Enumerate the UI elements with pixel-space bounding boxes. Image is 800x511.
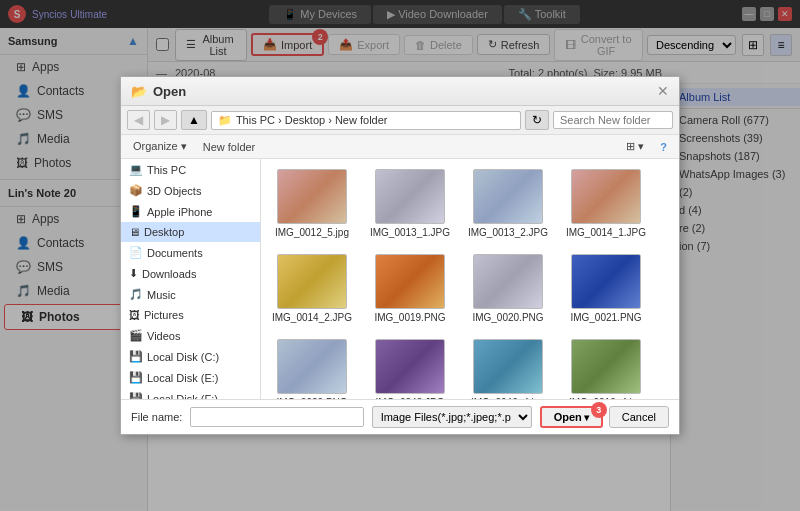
- file-item-12[interactable]: IMG_2210_4.jpg: [561, 335, 651, 399]
- desktop-icon: 🖥: [129, 226, 140, 238]
- file-thumb-11: [473, 339, 543, 394]
- filetype-select[interactable]: Image Files(*.jpg;*.jpeg;*.png;*.: [372, 406, 532, 428]
- folder-open-icon: 📂: [131, 84, 147, 99]
- nav-documents[interactable]: 📄 Documents: [121, 242, 260, 263]
- organize-button[interactable]: Organize ▾: [127, 138, 193, 155]
- file-item-4[interactable]: IMG_0014_1.JPG: [561, 165, 651, 242]
- filename-input[interactable]: [190, 407, 363, 427]
- dialog-actions: Open ▾ 3 Cancel: [540, 406, 669, 428]
- videos-icon: 🎬: [129, 329, 143, 342]
- disk-e-icon: 💾: [129, 371, 143, 384]
- iphone-icon: 📱: [129, 205, 143, 218]
- dialog-title-bar: 📂 Open ✕: [121, 77, 679, 106]
- file-item-11[interactable]: IMG_2046_4.jpg: [463, 335, 553, 399]
- forward-button[interactable]: ▶: [154, 110, 177, 130]
- search-input[interactable]: [553, 111, 673, 129]
- disk-f-icon: 💾: [129, 392, 143, 399]
- file-name-4: IMG_0014_1.JPG: [566, 227, 646, 238]
- cancel-button[interactable]: Cancel: [609, 406, 669, 428]
- nav-videos[interactable]: 🎬 Videos: [121, 325, 260, 346]
- 3dobjects-icon: 📦: [129, 184, 143, 197]
- dialog-body: 💻 This PC 📦 3D Objects 📱 Apple iPhone 🖥 …: [121, 159, 679, 399]
- file-item-6[interactable]: IMG_0019.PNG: [365, 250, 455, 327]
- file-name-7: IMG_0020.PNG: [472, 312, 543, 323]
- file-dialog-overlay: 📂 Open ✕ ◀ ▶ ▲ 📁 This PC › Desktop › New…: [0, 0, 800, 511]
- help-button[interactable]: ?: [654, 139, 673, 155]
- breadcrumb: 📁 This PC › Desktop › New folder: [211, 111, 521, 130]
- new-folder-button[interactable]: New folder: [197, 139, 262, 155]
- file-item-2[interactable]: IMG_0013_1.JPG: [365, 165, 455, 242]
- disk-c-icon: 💾: [129, 350, 143, 363]
- file-name-8: IMG_0021.PNG: [570, 312, 641, 323]
- file-item-7[interactable]: IMG_0020.PNG: [463, 250, 553, 327]
- file-name-12: IMG_2210_4.jpg: [569, 397, 643, 399]
- file-name-9: IMG_0032.PNG: [276, 397, 347, 399]
- file-name-1: IMG_0012_5.jpg: [275, 227, 349, 238]
- nav-disk-f[interactable]: 💾 Local Disk (F:): [121, 388, 260, 399]
- dialog-nav: ◀ ▶ ▲ 📁 This PC › Desktop › New folder ↻: [121, 106, 679, 135]
- file-thumb-2: [375, 169, 445, 224]
- file-name-10: IMG_0048.JPG: [376, 397, 445, 399]
- file-item-8[interactable]: IMG_0021.PNG: [561, 250, 651, 327]
- nav-music[interactable]: 🎵 Music: [121, 284, 260, 305]
- nav-desktop[interactable]: 🖥 Desktop: [121, 222, 260, 242]
- dialog-files-grid: IMG_0012_5.jpg IMG_0013_1.JPG IMG_0013_2…: [261, 159, 679, 399]
- dialog-close-button[interactable]: ✕: [657, 83, 669, 99]
- file-item-9[interactable]: IMG_0032.PNG: [267, 335, 357, 399]
- dialog-toolbar: Organize ▾ New folder ⊞ ▾ ?: [121, 135, 679, 159]
- open-label: Open: [554, 411, 582, 423]
- view-options-button[interactable]: ⊞ ▾: [620, 138, 650, 155]
- back-button[interactable]: ◀: [127, 110, 150, 130]
- file-thumb-3: [473, 169, 543, 224]
- up-button[interactable]: ▲: [181, 110, 207, 130]
- refresh-path-button[interactable]: ↻: [525, 110, 549, 130]
- file-item-3[interactable]: IMG_0013_2.JPG: [463, 165, 553, 242]
- file-item-1[interactable]: IMG_0012_5.jpg: [267, 165, 357, 242]
- nav-disk-e[interactable]: 💾 Local Disk (E:): [121, 367, 260, 388]
- file-name-3: IMG_0013_2.JPG: [468, 227, 548, 238]
- file-name-5: IMG_0014_2.JPG: [272, 312, 352, 323]
- file-name-6: IMG_0019.PNG: [374, 312, 445, 323]
- open-button[interactable]: Open ▾ 3: [540, 406, 603, 428]
- file-thumb-8: [571, 254, 641, 309]
- file-thumb-9: [277, 339, 347, 394]
- dialog-sidebar: 💻 This PC 📦 3D Objects 📱 Apple iPhone 🖥 …: [121, 159, 261, 399]
- nav-this-pc[interactable]: 💻 This PC: [121, 159, 260, 180]
- file-thumb-10: [375, 339, 445, 394]
- open-badge: 3: [591, 402, 607, 418]
- nav-3d-objects[interactable]: 📦 3D Objects: [121, 180, 260, 201]
- file-thumb-6: [375, 254, 445, 309]
- file-thumb-5: [277, 254, 347, 309]
- breadcrumb-text: This PC › Desktop › New folder: [236, 114, 388, 126]
- breadcrumb-pc: 📁: [218, 114, 232, 127]
- nav-apple-iphone[interactable]: 📱 Apple iPhone: [121, 201, 260, 222]
- computer-icon: 💻: [129, 163, 143, 176]
- dialog-title-text: Open: [153, 84, 186, 99]
- file-item-10[interactable]: IMG_0048.JPG: [365, 335, 455, 399]
- file-thumb-4: [571, 169, 641, 224]
- file-thumb-1: [277, 169, 347, 224]
- file-name-11: IMG_2046_4.jpg: [471, 397, 545, 399]
- pictures-icon: 🖼: [129, 309, 140, 321]
- documents-icon: 📄: [129, 246, 143, 259]
- open-dropdown-icon: ▾: [584, 412, 589, 423]
- filename-label: File name:: [131, 411, 182, 423]
- nav-disk-c[interactable]: 💾 Local Disk (C:): [121, 346, 260, 367]
- file-item-5[interactable]: IMG_0014_2.JPG: [267, 250, 357, 327]
- file-name-2: IMG_0013_1.JPG: [370, 227, 450, 238]
- file-thumb-12: [571, 339, 641, 394]
- file-thumb-7: [473, 254, 543, 309]
- dialog-footer: File name: Image Files(*.jpg;*.jpeg;*.pn…: [121, 399, 679, 434]
- music-icon: 🎵: [129, 288, 143, 301]
- nav-pictures[interactable]: 🖼 Pictures: [121, 305, 260, 325]
- downloads-icon: ⬇: [129, 267, 138, 280]
- file-dialog: 📂 Open ✕ ◀ ▶ ▲ 📁 This PC › Desktop › New…: [120, 76, 680, 435]
- nav-downloads[interactable]: ⬇ Downloads: [121, 263, 260, 284]
